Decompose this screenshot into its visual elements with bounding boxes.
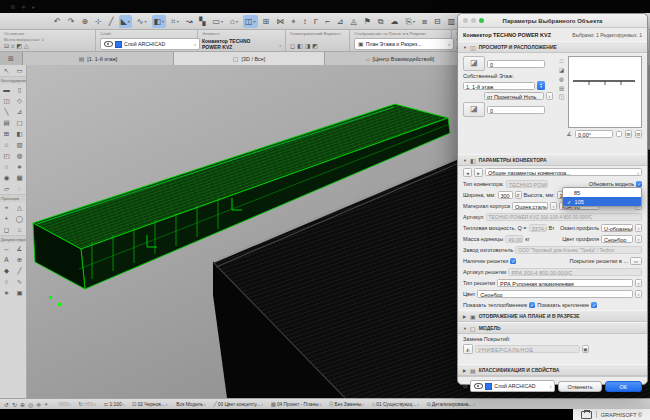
toolbar-icon[interactable]: ◣ bbox=[119, 15, 132, 28]
construct-tool-icon[interactable]: ◧ bbox=[13, 128, 26, 139]
statusbar-dropdown[interactable]: ⊡ 02 Чернов... › bbox=[132, 401, 167, 408]
toolbar-icon[interactable]: ⌂ bbox=[228, 15, 240, 28]
geometry-variant-icon[interactable]: ◨ bbox=[305, 42, 311, 50]
document-tool-icon[interactable]: ∗ bbox=[0, 287, 13, 298]
chevron-right-icon[interactable]: › bbox=[635, 290, 642, 298]
close-button[interactable] bbox=[463, 18, 468, 23]
document-tool-icon[interactable]: A bbox=[0, 254, 13, 265]
statusbar-dropdown[interactable]: ⌂ 01 Существующ... › bbox=[372, 401, 419, 408]
select-tool-icon[interactable]: ▭ bbox=[13, 65, 26, 76]
surface-picker-button[interactable]: ▣ bbox=[582, 345, 589, 353]
document-tool-icon[interactable]: ▣ bbox=[13, 287, 26, 298]
prev-page-button[interactable]: ◂ bbox=[463, 168, 472, 177]
view-tab[interactable]: ⌂ [Центр Взаимодействий] bbox=[325, 52, 476, 65]
basic-tool-icon[interactable]: △ bbox=[24, 42, 29, 50]
toolbar-icon[interactable]: ⊞ bbox=[261, 15, 272, 28]
element-select[interactable]: Конвектор TECHNO POWER KVZ › bbox=[202, 39, 281, 50]
top-elevation-field[interactable]: 0 bbox=[487, 60, 545, 68]
statusbar-icon[interactable]: ↺ bbox=[4, 401, 9, 408]
statusbar-dropdown[interactable]: ▦ 04 Проект - Планы › bbox=[271, 401, 321, 408]
chevron-right-icon[interactable]: › bbox=[550, 202, 557, 210]
preview-mode-icon[interactable]: □ bbox=[560, 58, 563, 64]
material-select[interactable]: Оцинк.сталь bbox=[512, 202, 548, 210]
profile-color-select[interactable]: Серебро bbox=[601, 235, 633, 243]
statusbar-dropdown[interactable]: НЛ0 › bbox=[58, 401, 71, 408]
geometry-variant-icon[interactable]: ◻ bbox=[290, 42, 295, 50]
statusbar-dropdown[interactable]: ↻ НЛ0 › bbox=[79, 401, 96, 408]
statusbar-dropdown[interactable]: ⎘ Без Замены › bbox=[329, 401, 364, 408]
printer-icon[interactable] bbox=[581, 411, 592, 419]
section-plan-display[interactable]: ▶ ▣ ОТОБРАЖЕНИЕ НА ПЛАНЕ И В РАЗРЕЗЕ bbox=[458, 310, 647, 322]
eye-icon[interactable] bbox=[474, 383, 483, 389]
construct-tool-icon[interactable]: ▥ bbox=[13, 139, 26, 150]
update-model-checkbox[interactable] bbox=[636, 181, 642, 187]
grille-coating-button[interactable]: ▭ bbox=[630, 257, 642, 265]
section-convector-params[interactable]: ▼ ◧ ПАРАМЕТРЫ КОНВЕКТОРА bbox=[458, 154, 647, 166]
construct-tool-icon[interactable]: ◌ bbox=[13, 183, 26, 194]
statusbar-icon[interactable]: ◎ bbox=[28, 401, 33, 408]
mirror-checkbox[interactable] bbox=[616, 131, 622, 137]
geometry-variant-icon[interactable]: ◧ bbox=[297, 42, 303, 50]
construct-tool-icon[interactable]: ◍ bbox=[13, 150, 26, 161]
object-preview[interactable] bbox=[568, 56, 642, 128]
toolbar-icon[interactable]: ⚑ bbox=[362, 15, 373, 28]
toolbar-icon[interactable]: ⌐ bbox=[323, 15, 332, 28]
select-tool-icon[interactable]: ↖ bbox=[0, 65, 13, 76]
statusbar-icon[interactable]: ⊕ bbox=[20, 401, 25, 408]
toolbar-icon[interactable]: ⧉ bbox=[376, 15, 386, 28]
height-option[interactable]: 85 bbox=[563, 188, 641, 197]
toolbar-icon[interactable]: ↷ bbox=[66, 15, 77, 28]
construct-tool-icon[interactable]: ╲ bbox=[0, 106, 13, 117]
height-option-selected[interactable]: ✓ 105 bbox=[563, 197, 641, 206]
projection-tool-icon[interactable]: ⌂ bbox=[13, 224, 26, 235]
toolbar-icon[interactable]: ▚ bbox=[197, 15, 207, 28]
minimize-button[interactable] bbox=[471, 18, 476, 23]
statusbar-dropdown[interactable]: ⧉ Детализирована... › bbox=[427, 401, 475, 408]
construct-tool-icon[interactable]: ∗ bbox=[13, 161, 26, 172]
construct-tool-icon[interactable]: ◰ bbox=[0, 150, 13, 161]
construct-tool-icon[interactable]: ▬ bbox=[0, 84, 13, 95]
basic-tool-icon[interactable]: ⌗ bbox=[11, 42, 14, 50]
grille-presence-checkbox[interactable] bbox=[510, 258, 516, 264]
construct-tool-icon[interactable]: ○ bbox=[0, 161, 13, 172]
section-classification[interactable]: ▶ ▤ КЛАССИФИКАЦИЯ И СВОЙСТВА bbox=[458, 364, 647, 376]
ok-button[interactable]: ОК bbox=[605, 381, 642, 392]
construct-tool-icon[interactable]: ▤ bbox=[0, 117, 13, 128]
toolbar-icon[interactable]: ⎘ bbox=[404, 15, 417, 28]
document-tool-icon[interactable]: ⊕ bbox=[13, 254, 26, 265]
view-tab[interactable]: ▢ [3D / Все] bbox=[174, 52, 325, 65]
cancel-button[interactable]: Отменить bbox=[558, 381, 601, 392]
preview-mode-icon[interactable]: ▤ bbox=[559, 85, 564, 91]
reference-level-select[interactable]: от Проектный Нуль › bbox=[463, 92, 553, 100]
toolbox-section-construct[interactable]: Конструирование bbox=[0, 76, 26, 84]
projection-tool-icon[interactable]: △ bbox=[13, 202, 26, 213]
toolbar-icon[interactable]: Γ bbox=[312, 15, 320, 28]
basic-tool-icon[interactable]: ◩ bbox=[16, 42, 22, 50]
rotation-angle-field[interactable]: 0,00° bbox=[575, 130, 613, 138]
projection-tool-icon[interactable]: ◯ bbox=[13, 213, 26, 224]
construct-tool-icon[interactable]: ⊿ bbox=[13, 106, 26, 117]
dialog-layer-select[interactable]: Слой ARCHICAD › bbox=[470, 380, 555, 392]
zoom-button[interactable] bbox=[479, 18, 484, 23]
toolbar-icon[interactable]: ↶ bbox=[52, 15, 63, 28]
section-model[interactable]: ▼ ▢ МОДЕЛЬ bbox=[458, 322, 647, 334]
construct-tool-icon[interactable]: ⊞ bbox=[0, 128, 13, 139]
document-tool-icon[interactable]: ∡ bbox=[13, 243, 26, 254]
projection-tool-icon[interactable]: + bbox=[0, 213, 13, 224]
basic-tool-icon[interactable]: ⊡ bbox=[4, 42, 9, 50]
params-page-select[interactable]: Общие параметры конвектора... › bbox=[485, 168, 642, 176]
chevron-right-icon[interactable]: › bbox=[635, 235, 642, 243]
toolbar-icon[interactable]: ▭ bbox=[211, 15, 226, 28]
chevron-right-icon[interactable]: › bbox=[635, 279, 642, 287]
toolbar-icon[interactable]: ⧈ bbox=[420, 15, 429, 28]
profile-select[interactable]: U-образный bbox=[601, 224, 633, 232]
toolbar-icon[interactable]: ⊹ bbox=[93, 15, 104, 28]
width-field[interactable]: 300 bbox=[498, 191, 513, 199]
toolbar-icon[interactable]: ↕ bbox=[301, 15, 309, 28]
document-tool-icon[interactable]: ↔ bbox=[0, 243, 13, 254]
construct-tool-icon[interactable]: ◇ bbox=[13, 95, 26, 106]
mirror-button[interactable]: ⊞ bbox=[625, 130, 632, 138]
floor-plan-display-select[interactable]: ▣ План Этажа и Разрез... › bbox=[354, 38, 454, 50]
projection-tool-icon[interactable]: ⌖ bbox=[0, 202, 13, 213]
toolbar-icon[interactable]: ▥ bbox=[446, 15, 458, 28]
